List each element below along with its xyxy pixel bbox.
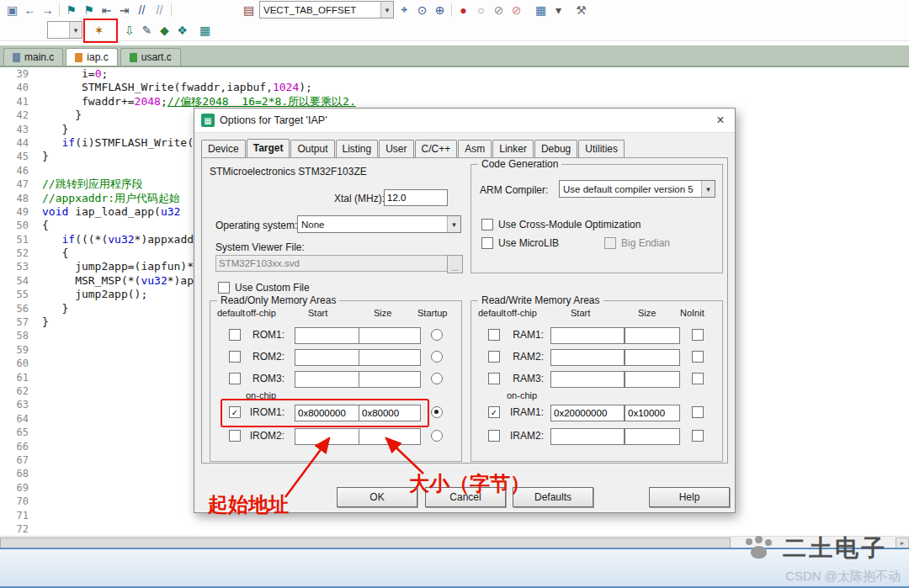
book-icon[interactable]: ▤ (240, 2, 258, 19)
rom2-default-checkbox[interactable] (229, 351, 241, 363)
iram1-start-input[interactable] (550, 405, 625, 421)
irom1-size-input[interactable] (359, 405, 421, 421)
wrench-icon[interactable]: ⚒ (572, 2, 590, 19)
rom3-start-input[interactable] (295, 371, 360, 388)
dialog-tab-utilities[interactable]: Utilities (578, 140, 625, 158)
breakpoint-icon[interactable]: ● (454, 2, 472, 19)
ram1-noinit-checkbox[interactable] (692, 329, 704, 341)
breakpoint-disable-icon[interactable]: ⊘ (490, 2, 508, 19)
ram1-start-input[interactable] (550, 327, 625, 344)
bookmark-next-icon[interactable]: ⚑ (80, 2, 98, 19)
file-tab-main-c[interactable]: main.c (3, 48, 63, 66)
file-tab-iap-c[interactable]: iap.c (66, 48, 117, 66)
breakpoint-kill-icon[interactable]: ⊘ (508, 2, 525, 19)
rom1-start-input[interactable] (295, 327, 360, 344)
indent-left-icon[interactable]: ⇤ (98, 2, 115, 19)
chevron-down-icon[interactable]: ▾ (380, 2, 393, 18)
rom1-startup-radio[interactable] (431, 329, 443, 341)
iram2-noinit-checkbox[interactable] (692, 430, 704, 442)
xtal-input[interactable] (384, 189, 448, 206)
rom3-default-checkbox[interactable] (229, 373, 241, 384)
browse-button[interactable]: ... (447, 255, 463, 273)
chevron-down-icon[interactable]: ▾ (701, 181, 715, 197)
windows-layout-icon[interactable]: ▦ (532, 2, 550, 19)
iram1-size-input[interactable] (625, 405, 680, 421)
microlib-label: Use MicroLIB (498, 237, 559, 249)
rebuild-icon[interactable]: ❖ (173, 22, 191, 39)
ram3-start-input[interactable] (550, 371, 625, 388)
custom-file-checkbox[interactable] (218, 282, 230, 294)
flash-download-icon[interactable]: ⇩ (120, 22, 138, 39)
ram3-size-input[interactable] (625, 371, 680, 388)
chevron-down-icon[interactable]: ▾ (447, 216, 460, 232)
iram2-start-input[interactable] (550, 428, 625, 445)
ram2-size-input[interactable] (625, 349, 680, 366)
breakpoint-enable-icon[interactable]: ○ (472, 2, 490, 19)
rom2-size-input[interactable] (359, 349, 421, 366)
iram1-noinit-checkbox[interactable] (692, 406, 704, 418)
iram2-default-checkbox[interactable] (488, 430, 500, 442)
iram2-size-input[interactable] (625, 428, 680, 445)
find-in-files-icon[interactable]: ⌖ (396, 2, 413, 19)
irom1-default-checkbox[interactable]: ✓ (229, 406, 241, 418)
dialog-tab-listing[interactable]: Listing (336, 140, 379, 158)
chevron-down-icon[interactable]: ▾ (69, 22, 82, 38)
rom2-start-input[interactable] (295, 349, 360, 366)
rom1-default-checkbox[interactable] (229, 329, 241, 341)
code-text: { (42, 219, 49, 232)
build-icon[interactable]: ◆ (156, 22, 173, 39)
dialog-tab-user[interactable]: User (379, 140, 413, 158)
nav-back-icon[interactable]: ← (21, 2, 39, 19)
dialog-tab-device[interactable]: Device (201, 140, 246, 158)
ram1-default-checkbox[interactable] (488, 329, 500, 341)
ram3-default-checkbox[interactable] (488, 373, 500, 384)
comment-icon[interactable]: // (133, 2, 151, 19)
dialog-tab-output[interactable]: Output (290, 140, 334, 158)
bookmark-icon[interactable]: ⚑ (62, 2, 80, 19)
rom2-startup-radio[interactable] (431, 351, 443, 363)
batch-build-icon[interactable]: ▦ (196, 22, 214, 39)
dialog-tab-c-c-[interactable]: C/C++ (415, 140, 458, 158)
irom2-size-input[interactable] (359, 428, 421, 445)
dialog-tab-debug[interactable]: Debug (534, 140, 577, 158)
zoom-icon[interactable]: ⊕ (431, 2, 449, 19)
file-tab-usart-c[interactable]: usart.c (120, 48, 181, 66)
irom2-startup-radio[interactable] (431, 430, 443, 442)
dialog-titlebar[interactable]: ▦ Options for Target 'IAP' × (194, 109, 735, 133)
ram2-default-checkbox[interactable] (488, 351, 500, 363)
system-viewer-file-input[interactable] (215, 255, 448, 272)
ram3-noinit-checkbox[interactable] (692, 373, 704, 384)
ram2-start-input[interactable] (550, 349, 625, 366)
define-combobox[interactable]: VECT_TAB_OFFSET▾ (259, 1, 394, 19)
irom2-start-input[interactable] (295, 428, 360, 445)
help-button[interactable]: Help (649, 487, 730, 507)
window-icon[interactable]: ▣ (3, 2, 21, 19)
nav-forward-icon[interactable]: → (39, 2, 56, 19)
cross-module-checkbox[interactable] (481, 219, 493, 230)
ram2-noinit-checkbox[interactable] (692, 351, 704, 363)
translate-icon[interactable]: ✎ (138, 22, 156, 39)
target-select-combobox[interactable]: ▾ (47, 21, 82, 39)
arm-compiler-combobox[interactable]: Use default compiler version 5 ▾ (559, 180, 715, 198)
dialog-tab-target[interactable]: Target (247, 139, 290, 159)
rom3-size-input[interactable] (359, 371, 421, 388)
target-options-icon[interactable]: ✶ (90, 22, 108, 39)
irom1-start-input[interactable] (295, 405, 360, 421)
irom2-default-checkbox[interactable] (229, 430, 241, 442)
iram1-default-checkbox[interactable]: ✓ (488, 406, 500, 418)
chevron-down-icon[interactable]: ▾ (550, 2, 567, 19)
dialog-tab-linker[interactable]: Linker (492, 140, 534, 158)
uncomment-icon[interactable]: // (151, 2, 168, 19)
find-icon[interactable]: ⊙ (413, 2, 431, 19)
operating-system-combobox[interactable]: None ▾ (297, 215, 461, 233)
ok-button[interactable]: OK (337, 487, 417, 507)
indent-right-icon[interactable]: ⇥ (115, 2, 133, 19)
dialog-tab-asm[interactable]: Asm (458, 140, 492, 158)
rom1-size-input[interactable] (359, 327, 421, 344)
microlib-checkbox[interactable] (481, 237, 493, 249)
ram1-size-input[interactable] (625, 327, 680, 344)
close-icon[interactable]: × (713, 113, 728, 128)
group-title: Read/Only Memory Areas (217, 294, 339, 306)
irom1-startup-radio[interactable] (431, 406, 443, 418)
rom3-startup-radio[interactable] (431, 373, 443, 384)
